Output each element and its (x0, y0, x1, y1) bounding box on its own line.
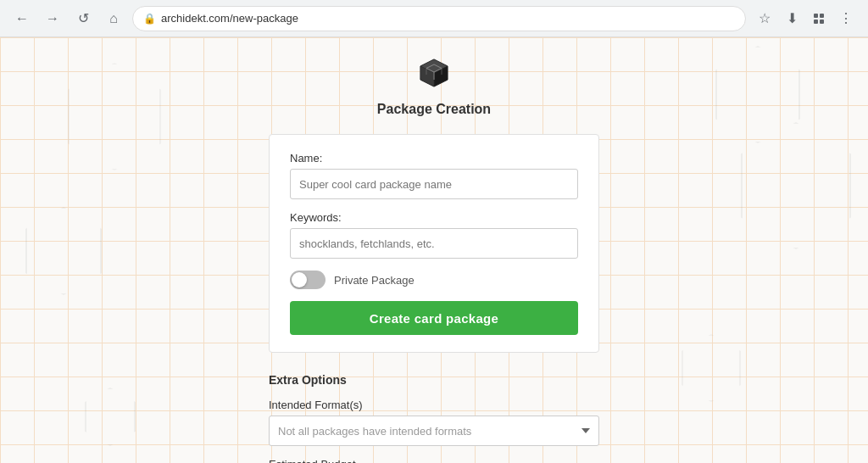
svg-rect-0 (814, 14, 818, 18)
bookmark-button[interactable]: ☆ (753, 7, 776, 31)
extra-options-title: Extra Options (269, 373, 599, 387)
name-group: Name: (290, 152, 578, 199)
home-button[interactable]: ⌂ (102, 7, 125, 31)
form-card: Name: Keywords: Private Package Create c… (269, 134, 599, 353)
address-bar[interactable]: 🔒 archidekt.com/new-package (132, 6, 746, 31)
main-container: Package Creation Name: Keywords: Private… (0, 37, 868, 463)
back-button[interactable]: ← (10, 7, 34, 31)
keywords-input[interactable] (290, 228, 578, 259)
private-toggle-row: Private Package (290, 271, 578, 289)
keywords-label: Keywords: (290, 211, 578, 224)
private-toggle[interactable] (290, 271, 326, 289)
estimated-budget-group: Estimated Budget Estimated package budge… (269, 458, 599, 463)
browser-toolbar: ← → ↺ ⌂ 🔒 archidekt.com/new-package ☆ ⬇ … (0, 0, 868, 37)
intended-formats-select[interactable]: Not all packages have intended formats (269, 416, 599, 446)
intended-formats-group: Intended Format(s) Not all packages have… (269, 399, 599, 446)
page-content: Package Creation Name: Keywords: Private… (0, 37, 868, 463)
estimated-budget-label: Estimated Budget (269, 458, 599, 463)
refresh-button[interactable]: ↺ (71, 7, 95, 31)
download-button[interactable]: ⬇ (780, 7, 804, 31)
logo-area: Package Creation (377, 54, 491, 117)
name-input[interactable] (290, 169, 578, 199)
intended-formats-label: Intended Format(s) (269, 399, 599, 411)
forward-button[interactable]: → (41, 7, 64, 31)
create-package-button[interactable]: Create card package (290, 301, 578, 335)
svg-rect-2 (814, 20, 818, 24)
extension-button[interactable] (807, 7, 831, 31)
keywords-group: Keywords: (290, 211, 578, 259)
private-toggle-label: Private Package (334, 274, 415, 287)
svg-rect-1 (820, 14, 824, 18)
menu-button[interactable]: ⋮ (834, 7, 858, 31)
extra-options-section: Extra Options Intended Format(s) Not all… (269, 373, 599, 463)
name-label: Name: (290, 152, 578, 165)
page-title: Package Creation (377, 102, 491, 117)
package-icon (414, 54, 454, 95)
browser-actions: ☆ ⬇ ⋮ (753, 7, 858, 31)
svg-rect-3 (820, 20, 824, 24)
url-text: archidekt.com/new-package (161, 12, 298, 25)
lock-icon: 🔒 (143, 13, 156, 25)
